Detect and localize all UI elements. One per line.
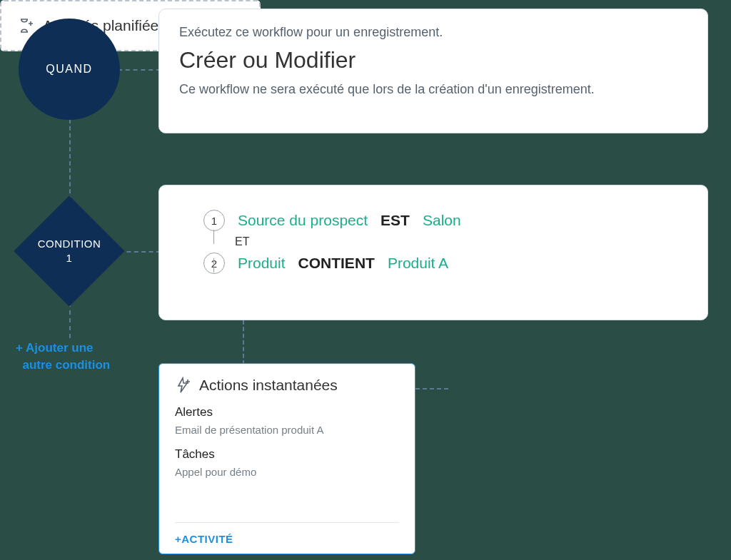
instant-actions-card[interactable]: Actions instantanées Alertes Email de pr… (158, 363, 415, 554)
when-subtitle-1: Exécutez ce workflow pour un enregistrem… (179, 25, 687, 40)
action-section-title: Alertes (175, 405, 399, 419)
add-condition-link[interactable]: + Ajouter une autre condition (16, 340, 110, 374)
criterion-operator: EST (380, 212, 410, 229)
when-card[interactable]: Exécutez ce workflow pour un enregistrem… (158, 9, 708, 133)
condition-card[interactable]: 1 Source du prospect EST Salon ET 2 Prod… (158, 185, 708, 320)
instant-actions-title: Actions instantanées (199, 377, 338, 394)
criterion-row: 2 Produit CONTIENT Produit A (203, 253, 687, 274)
when-node-label: QUAND (46, 63, 92, 76)
criterion-row: 1 Source du prospect EST Salon (203, 210, 687, 231)
criterion-operator: CONTIENT (298, 255, 375, 272)
criterion-value: Produit A (388, 255, 448, 272)
connector (243, 320, 244, 365)
when-title: Créer ou Modifier (179, 47, 687, 73)
when-subtitle-2: Ce workflow ne sera exécuté que lors de … (179, 82, 687, 97)
criterion-number: 1 (203, 210, 225, 231)
hourglass-plus-icon (17, 17, 34, 34)
action-item: Email de présentation produit A (175, 424, 399, 436)
action-item: Appel pour démo (175, 466, 399, 478)
criterion-value: Salon (423, 212, 461, 229)
condition-and: ET (235, 235, 249, 248)
connector (69, 302, 71, 338)
criterion-field: Produit (238, 255, 286, 272)
add-activity-button[interactable]: +ACTIVITÉ (175, 522, 399, 545)
lightning-plus-icon (175, 377, 192, 394)
condition-node-label: CONDITION 1 (38, 237, 101, 265)
when-node[interactable]: QUAND (19, 19, 120, 120)
criterion-field: Source du prospect (238, 212, 368, 229)
connector (415, 388, 448, 390)
connector (69, 119, 71, 200)
action-section-title: Tâches (175, 447, 399, 462)
condition-node[interactable]: CONDITION 1 (16, 198, 122, 304)
criterion-number: 2 (203, 253, 225, 274)
connector (118, 69, 161, 71)
connector (119, 251, 161, 253)
